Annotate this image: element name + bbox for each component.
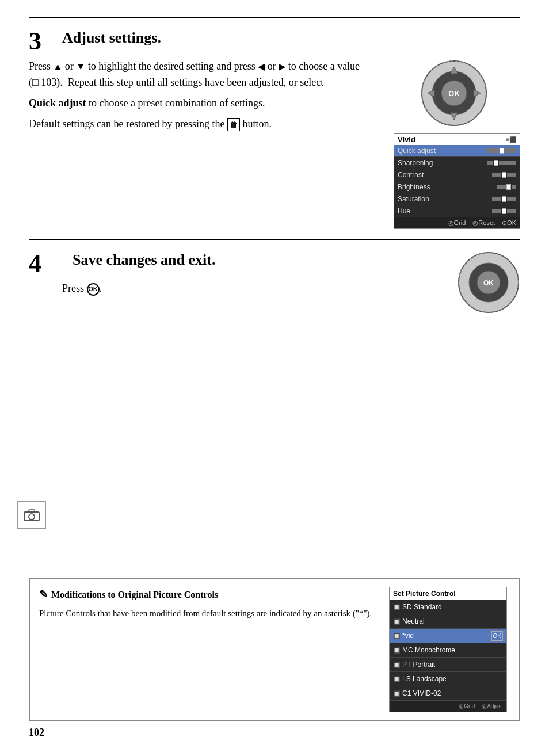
step3-header: 3 Adjust settings.	[29, 29, 520, 54]
quick-adjust-text: to choose a preset combination of settin…	[86, 97, 265, 109]
menu2-item-portrait: 🔲 PT Portrait	[390, 658, 506, 672]
menu-sharpening-name: Sharpening	[398, 159, 433, 167]
menu2-sd-text: SD Standard	[402, 602, 442, 612]
menu2-neutral-icon: 🔲	[393, 617, 400, 626]
page: 3 Adjust settings. Press ▲ or ▼ to highl…	[0, 0, 549, 756]
menu-bar-hue	[492, 208, 516, 214]
step4-number: 4	[29, 251, 52, 276]
step3-number: 3	[29, 29, 52, 54]
arrow-right-icon: ▶	[279, 62, 285, 71]
menu2-item-mono: 🔲 MC Monochrome	[390, 643, 506, 658]
menu-bottom-reset: ◎Reset	[472, 219, 495, 227]
menu2-portrait-label: 🔲 PT Portrait	[393, 659, 435, 670]
menu2-vivid-text: *vid	[402, 631, 414, 641]
step3-section: 3 Adjust settings. Press ▲ or ▼ to highl…	[29, 17, 520, 229]
menu2-landscape-icon: 🔲	[393, 675, 400, 684]
menu-bar-saturation	[492, 196, 516, 202]
ok-badge: OK	[491, 631, 503, 641]
note-box: ✎ Modifications to Original Picture Cont…	[29, 578, 520, 721]
menu2-item-neutral: 🔲 Neutral	[390, 614, 506, 629]
menu2-bottom-grid: ◎Grid	[459, 702, 475, 711]
menu-brightness-name: Brightness	[398, 183, 430, 191]
menu2-portrait-icon: 🔲	[393, 660, 400, 669]
menu2-sd-icon: 🔲	[393, 603, 400, 612]
step3-text-block: Press ▲ or ▼ to highlight the desired se…	[29, 59, 371, 137]
step3-quick-adjust-line: Quick adjust to choose a preset combinat…	[29, 96, 371, 112]
camera-icon-container	[17, 501, 46, 529]
note-body: Picture Controls that have been modified…	[39, 607, 378, 620]
menu-item-hue: Hue	[394, 205, 520, 217]
note-left: ✎ Modifications to Original Picture Cont…	[39, 587, 378, 620]
menu-item-contrast: Contrast	[394, 169, 520, 181]
dial-wheel-ok: OK	[457, 251, 520, 314]
menu2-c1-icon: 🔲	[393, 689, 400, 698]
vivid-menu-screenshot: Vivid ≡⬛ Quick adjust Sharpening	[394, 133, 520, 229]
menu-bottom-bar: ◎Grid ◎Reset ⊙OK	[394, 217, 520, 228]
menu-contrast-name: Contrast	[398, 171, 424, 179]
note-box-inner: ✎ Modifications to Original Picture Cont…	[39, 587, 510, 712]
step4-text: Press OK.	[62, 281, 434, 296]
menu-item-quick-adjust: Quick adjust	[394, 145, 520, 157]
menu-icon-top: ≡⬛	[506, 136, 516, 143]
trash-icon: 🗑	[227, 118, 240, 132]
pencil-icon: ✎	[39, 587, 48, 602]
menu2-landscape-label: 🔲 LS Landscape	[393, 674, 447, 684]
step3-body: Press ▲ or ▼ to highlight the desired se…	[29, 59, 520, 229]
menu2-neutral-text: Neutral	[402, 616, 425, 627]
step3-title: Adjust settings.	[62, 29, 161, 47]
step3-images: OK Vivid ≡⬛	[388, 59, 520, 229]
camera-icon	[23, 508, 40, 522]
ok-button-symbol: OK	[87, 283, 100, 296]
note-title: ✎ Modifications to Original Picture Cont…	[39, 587, 378, 602]
menu-item-name: Quick adjust	[398, 147, 436, 155]
menu2-mono-label: 🔲 MC Monochrome	[393, 645, 455, 655]
svg-point-15	[29, 514, 35, 520]
step4-left: 4 Save changes and exit. Press OK.	[29, 251, 434, 296]
menu-item-saturation: Saturation	[394, 193, 520, 205]
svg-text:OK: OK	[483, 279, 494, 287]
step4-section: 4 Save changes and exit. Press OK. OK	[29, 239, 520, 317]
note-right: Set Picture Control 🔲 SD Standard 🔲 Neut…	[389, 587, 510, 712]
menu-bar-quick	[487, 148, 516, 154]
arrow-down-icon: ▼	[76, 62, 85, 71]
menu-title-bar: Vivid ≡⬛	[394, 134, 520, 145]
menu2-item-c1: 🔲 C1 VIVID-02	[390, 686, 506, 701]
menu2-bottom-bar: ◎Grid ◎Adjust	[390, 701, 506, 712]
menu-bar-contrast	[492, 172, 516, 178]
menu-saturation-name: Saturation	[398, 195, 429, 203]
menu2-vivid-icon: 🔲	[393, 632, 400, 640]
dial-wheel-large: OK	[420, 59, 489, 128]
menu2-c1-label: 🔲 C1 VIVID-02	[393, 688, 441, 698]
menu-bottom-grid: ◎Grid	[448, 219, 466, 227]
step4-right: OK	[457, 251, 520, 317]
page-number: 102	[29, 727, 44, 739]
menu-bottom-ok: ⊙OK	[502, 219, 516, 227]
menu2-mono-text: MC Monochrome	[402, 645, 455, 655]
step4-title: Save changes and exit.	[73, 251, 215, 269]
menu-item-sharpening: Sharpening	[394, 157, 520, 169]
menu2-sd-label: 🔲 SD Standard	[393, 602, 442, 612]
menu2-item-vivid: 🔲 *vid OK	[390, 629, 506, 643]
menu2-landscape-text: LS Landscape	[402, 674, 447, 684]
menu-item-brightness: Brightness	[394, 181, 520, 193]
menu-bar-sharpening	[487, 160, 516, 166]
svg-text:OK: OK	[448, 89, 460, 98]
camera-icon-box	[17, 501, 46, 529]
arrow-up-icon: ▲	[54, 62, 63, 71]
menu2-neutral-label: 🔲 Neutral	[393, 616, 425, 627]
menu-hue-name: Hue	[398, 207, 410, 215]
svg-rect-16	[29, 510, 35, 513]
menu2-title: Set Picture Control	[390, 587, 506, 600]
menu2-item-sd: 🔲 SD Standard	[390, 600, 506, 614]
step3-para1: Press ▲ or ▼ to highlight the desired se…	[29, 59, 371, 91]
quick-adjust-label: Quick adjust	[29, 97, 86, 109]
menu-bar-brightness	[497, 184, 516, 190]
menu2-c1-text: C1 VIVID-02	[402, 688, 441, 698]
menu2-portrait-text: PT Portrait	[402, 659, 435, 670]
menu2-item-landscape: 🔲 LS Landscape	[390, 672, 506, 686]
step4-header: 4 Save changes and exit.	[29, 251, 434, 276]
menu2-bottom-adjust: ◎Adjust	[482, 702, 503, 711]
step3-default-text: Default settings can be restored by pres…	[29, 116, 371, 132]
menu2-mono-icon: 🔲	[393, 646, 400, 655]
set-picture-control-menu: Set Picture Control 🔲 SD Standard 🔲 Neut…	[389, 587, 507, 712]
